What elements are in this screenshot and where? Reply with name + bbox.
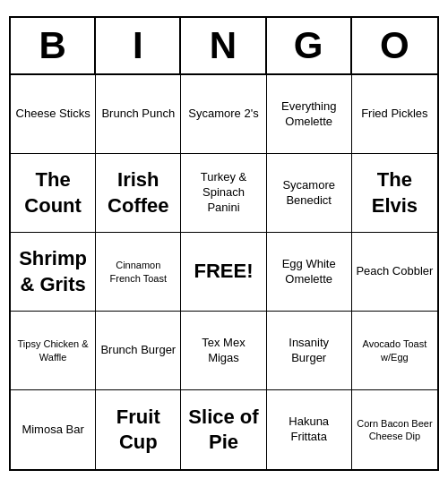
bingo-cell-9: The Elvis: [352, 154, 437, 233]
bingo-letter-o: O: [352, 18, 437, 73]
bingo-letter-i: I: [96, 18, 181, 73]
bingo-cell-18: Insanity Burger: [267, 312, 352, 390]
bingo-cell-12: FREE!: [181, 233, 266, 312]
bingo-card: BINGO Cheese SticksBrunch PunchSycamore …: [9, 16, 439, 471]
bingo-cell-23: Hakuna Frittata: [267, 390, 352, 469]
bingo-grid: Cheese SticksBrunch PunchSycamore 2'sEve…: [11, 75, 437, 469]
bingo-cell-14: Peach Cobbler: [352, 233, 437, 312]
bingo-cell-2: Sycamore 2's: [181, 75, 266, 154]
bingo-cell-3: Everything Omelette: [267, 75, 352, 154]
bingo-cell-6: Irish Coffee: [96, 154, 181, 233]
bingo-cell-13: Egg White Omelette: [267, 233, 352, 312]
bingo-letter-n: N: [181, 18, 266, 73]
bingo-cell-16: Brunch Burger: [96, 312, 181, 390]
bingo-cell-15: Tipsy Chicken & Waffle: [11, 312, 96, 390]
bingo-cell-17: Tex Mex Migas: [181, 312, 266, 390]
bingo-cell-7: Turkey & Spinach Panini: [181, 154, 266, 233]
bingo-cell-11: Cinnamon French Toast: [96, 233, 181, 312]
bingo-cell-8: Sycamore Benedict: [267, 154, 352, 233]
bingo-cell-20: Mimosa Bar: [11, 390, 96, 469]
bingo-cell-0: Cheese Sticks: [11, 75, 96, 154]
bingo-cell-1: Brunch Punch: [96, 75, 181, 154]
bingo-cell-22: Slice of Pie: [181, 390, 266, 469]
bingo-letter-g: G: [267, 18, 352, 73]
bingo-cell-21: Fruit Cup: [96, 390, 181, 469]
bingo-cell-5: The Count: [11, 154, 96, 233]
bingo-letter-b: B: [11, 18, 96, 73]
bingo-header: BINGO: [11, 18, 437, 75]
bingo-cell-24: Corn Bacon Beer Cheese Dip: [352, 390, 437, 469]
bingo-cell-4: Fried Pickles: [352, 75, 437, 154]
bingo-cell-10: Shrimp & Grits: [11, 233, 96, 312]
bingo-cell-19: Avocado Toast w/Egg: [352, 312, 437, 390]
